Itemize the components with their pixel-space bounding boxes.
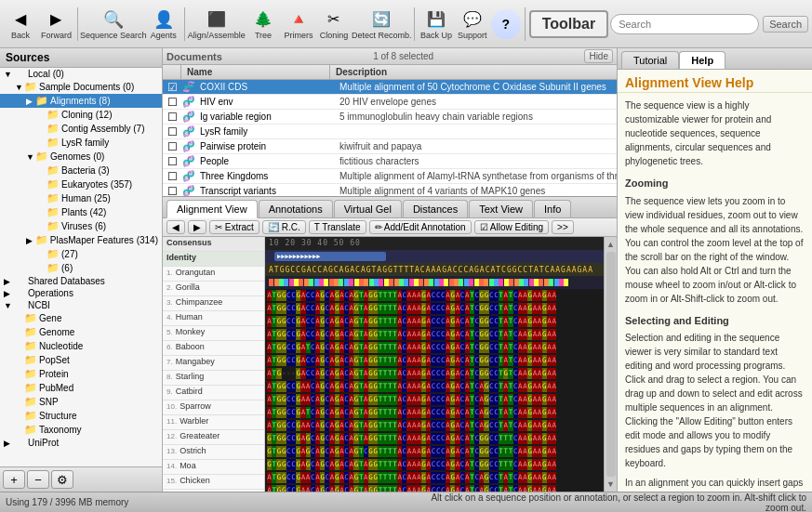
doc-row-6[interactable]: ☐ 🧬 Three Kingdoms Multiple alignment of… [163,169,617,184]
seq-label-6[interactable]: 7.Mangabey [163,356,264,371]
rc-button[interactable]: 🔄 R.C. [262,220,306,234]
add-edit-annotation-button[interactable]: ✏ Add/Edit Annotation [369,220,472,234]
tree-item-protein[interactable]: 📁 Protein [0,367,162,381]
doc-checkbox-3[interactable]: ☐ [163,125,181,138]
sequence-row-7[interactable]: ATGGCCGAACAGCAGACAGTAGGTTTTACAAAGACCCAGA… [265,380,604,393]
doc-checkbox-7[interactable]: ☐ [163,185,181,197]
add-source-button[interactable]: + [3,470,25,489]
alignment-tab-annotations[interactable]: Annotations [259,200,333,217]
tree-item-shared-db[interactable]: ▶ Shared Databases [0,275,162,287]
tree-item-viruses[interactable]: 📁 Viruses (6) [0,219,162,233]
sequence-row-5[interactable]: ATGGCCGACCAGCAGACAGTAGGTTTTACAAAGACCCAGA… [265,354,604,367]
tree-item-structure[interactable]: 📁 Structure [0,409,162,423]
scroll-thumb[interactable] [606,252,616,477]
seq-label-11[interactable]: 12.Greateater [163,430,264,445]
search-input[interactable] [610,14,759,34]
tree-item-local3[interactable]: 📁 (6) [0,261,162,275]
agents-button[interactable]: 👤 Agents [147,7,180,42]
tree-item-lysR[interactable]: 📁 LysR family [0,136,162,150]
sequence-row-8[interactable]: ATGGCCGAACAGCAGACAGTAGGTTTTACAAAGACCCAGA… [265,393,604,406]
cloning-button[interactable]: ✂ Cloning [317,7,351,42]
seq-label-7[interactable]: 8.Starling [163,371,264,386]
sequence-row-3[interactable]: ATGGCCGACCAGCAGACAGTAGGTTTTACAAAGACCCAGA… [265,328,604,341]
tree-item-gene[interactable]: 📁 Gene [0,311,162,325]
tree-item-human[interactable]: 📁 Human (25) [0,191,162,205]
hide-button[interactable]: Hide [584,49,613,63]
seq-label-12[interactable]: 13.Ostrich [163,445,264,460]
tree-item-genomes[interactable]: ▼ 📁 Genomes (0) [0,150,162,164]
doc-row-0[interactable]: ☑ 🧬 COXII CDS Multiple alignment of 50 C… [163,80,617,95]
seq-label-0[interactable]: 1.Orangutan [163,267,264,282]
detect-recomb-button[interactable]: 🔄 Detect Recomb. [353,7,410,42]
alignment-sequence-display[interactable]: 10 20 30 40 50 60▶▶▶▶▶▶▶▶▶▶▶ATGGCCGACCAG… [265,237,604,492]
doc-checkbox-5[interactable]: ☐ [163,155,181,168]
seq-label-5[interactable]: 6.Baboon [163,341,264,356]
sequence-row-0[interactable]: ATGGCCGACCAGCAGACAGTAGGTTTTACAAAGACCCAGA… [265,289,604,302]
doc-checkbox-0[interactable]: ☑ [163,81,181,94]
doc-row-2[interactable]: ☐ 🧬 Ig variable region 5 immunoglobulin … [163,110,617,125]
tree-item-plasmapper[interactable]: ▶ 📁 PlasMaper Features (314) [0,233,162,247]
tree-item-ncbi[interactable]: ▼ NCBI [0,299,162,311]
doc-row-5[interactable]: ☐ 🧬 People fictitious characters [163,154,617,169]
alignment-tab-info[interactable]: Info [534,200,571,217]
alignment-tab-distances[interactable]: Distances [403,200,468,217]
doc-checkbox-2[interactable]: ☐ [163,111,181,124]
seq-label-10[interactable]: 11.Warbler [163,415,264,430]
tree-item-alignments[interactable]: ▶ 📁 Alignments (8) [0,94,162,108]
tree-item-pubmed[interactable]: 📁 PubMed [0,381,162,395]
translate-button[interactable]: T Translate [309,220,366,234]
sequence-row-9[interactable]: ATGGCCGATCAGCAGACAGTAGGTTTTACAAAGACCCAGA… [265,406,604,419]
primers-button[interactable]: 🔺 Primers [282,7,315,42]
seq-label-13[interactable]: 14.Moa [163,460,264,475]
seq-label-1[interactable]: 2.Gorilla [163,282,264,296]
tree-item-contig[interactable]: 📁 Contig Assembly (7) [0,122,162,136]
seq-label-14[interactable]: 15.Chicken [163,475,264,490]
sequence-row-4[interactable]: ATGGCCGATCAGCAGACAGTAGGTTTTACAAAGACCCAGA… [265,341,604,354]
settings-source-button[interactable]: ⚙ [51,470,73,489]
prev-button[interactable]: ◀ [166,220,185,234]
tree-item-bacteria[interactable]: 📁 Bacteria (3) [0,164,162,177]
extract-button[interactable]: ✂ Extract [209,220,260,234]
tree-item-plants[interactable]: 📁 Plants (42) [0,205,162,219]
align-assemble-button[interactable]: ⬛ Align/Assemble [189,7,245,42]
next-button[interactable]: ▶ [188,220,206,234]
alignment-tab-alignment-view[interactable]: Alignment View [166,200,258,218]
sequence-row-11[interactable]: GTGGCCGAGCAGCAGACAGTAGGTTTTACAAAGACCCAGA… [265,432,604,445]
seq-label-2[interactable]: 3.Chimpanzee [163,296,264,311]
tree-item-popset[interactable]: 📁 PopSet [0,353,162,367]
alignment-tab-text-view[interactable]: Text View [469,200,533,217]
sequence-row-13[interactable]: GTGGCCGAGCAGCAGACAGTAGGTTTTACAAAGACCCAGA… [265,458,604,471]
sequence-row-12[interactable]: GTGGCCGAGCAGCAGACAGTCGGTTTTACAAAGACCCAGA… [265,445,604,458]
seq-label-15[interactable]: 16.Spoonbill [163,490,264,492]
seq-label-9[interactable]: 10.Sparrow [163,400,264,415]
tree-item-taxonomy[interactable]: 📁 Taxonomy [0,423,162,437]
help-tab[interactable]: Help [679,51,725,69]
tree-item-genome[interactable]: 📁 Genome [0,325,162,339]
tree-item-nucleotide[interactable]: 📁 Nucleotide [0,339,162,353]
sequence-row-1[interactable]: ATGGCCGACCAGCAGACAGTAGGTTTTACAAAGACCCAGA… [265,302,604,315]
sequence-row-10[interactable]: ATGGCCGAACAGCAGACAGTAGGTTTTACAAAGACCCAGA… [265,419,604,432]
tree-button[interactable]: 🌲 Tree [246,7,280,42]
help-button[interactable]: ? [491,9,521,39]
tutorial-tab[interactable]: Tutorial [621,51,679,69]
seq-label-4[interactable]: 5.Monkey [163,326,264,341]
doc-checkbox-4[interactable]: ☐ [163,140,181,153]
back-button[interactable]: ◀ Back [4,7,37,42]
doc-row-3[interactable]: ☐ 🧬 LysR family [163,125,617,139]
tree-item-cloning[interactable]: 📁 Cloning (12) [0,108,162,122]
doc-row-7[interactable]: ☐ 🧬 Transcript variants Multiple alignme… [163,184,617,196]
search-button[interactable]: Search [763,16,808,33]
scroll-down-button[interactable]: ▼ [606,479,616,490]
tree-item-local2[interactable]: 📁 (27) [0,247,162,261]
seq-label-3[interactable]: 4.Human [163,311,264,326]
remove-source-button[interactable]: − [27,470,49,489]
doc-checkbox-6[interactable]: ☐ [163,170,181,183]
sequence-row-2[interactable]: ATGGCCGACCAGCAGACAGTAGGTTTTACAAAGACCCAGA… [265,315,604,328]
tree-item-local[interactable]: ▼ Local (0) [0,68,162,80]
tree-item-operations[interactable]: ▶ Operations [0,287,162,299]
alignment-scroll[interactable]: ▲ ▼ [604,237,617,492]
doc-checkbox-1[interactable]: ☐ [163,96,181,109]
sources-tree[interactable]: ▼ Local (0) ▼ 📁 Sample Documents (0) ▶ 📁… [0,68,162,466]
sequence-row-14[interactable]: ATGGCCGAACAGCAGACAGTAGGTTTTACAAAGACCCAGA… [265,471,604,484]
doc-row-4[interactable]: ☐ 🧬 Pairwise protein kiwifruit and papay… [163,139,617,154]
